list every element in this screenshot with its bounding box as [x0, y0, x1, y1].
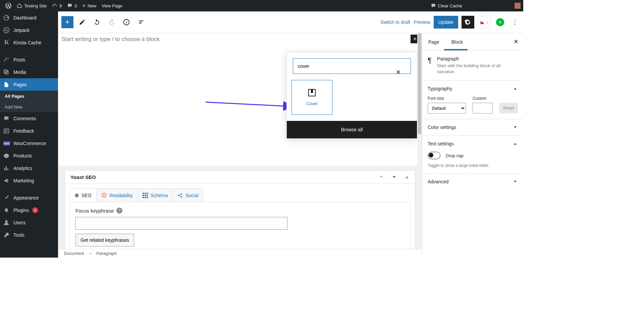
focus-keyphrase-input[interactable] [75, 217, 287, 230]
sidebar-item-dashboard[interactable]: Dashboard [0, 11, 58, 24]
add-block-button[interactable]: + [61, 16, 73, 28]
get-related-keyphrases-button[interactable]: Get related keyphrases [75, 234, 134, 246]
admin-sidebar: Dashboard Jetpack KKinsta Cache Posts Me… [0, 11, 58, 258]
updates-link[interactable]: 9 [49, 0, 64, 11]
redo-button[interactable] [106, 16, 118, 28]
more-options-button[interactable]: ⋮ [510, 16, 520, 29]
content-column: Start writing or type / to choose a bloc… [58, 33, 422, 258]
sidebar-item-comments[interactable]: Comments [0, 112, 58, 125]
admin-bar: Testing Site 9 0 + New View Page Clear C… [0, 0, 523, 11]
sidebar-item-products[interactable]: Products [0, 149, 58, 162]
sidebar-item-kinsta[interactable]: KKinsta Cache [0, 36, 58, 49]
tools-icon [3, 232, 10, 238]
settings-tab-page[interactable]: Page [422, 33, 445, 51]
sidebar-item-media[interactable]: Media [0, 66, 58, 78]
svg-point-7 [181, 196, 182, 197]
metabox-down-icon[interactable] [391, 174, 397, 180]
settings-gear-button[interactable] [462, 16, 474, 29]
editor-toolbar: + Switch to draft Preview Update : ⋮ [58, 11, 523, 33]
sidebar-item-feedback[interactable]: Feedback [0, 125, 58, 137]
focus-keyphrase-label: Focus keyphrase [75, 208, 114, 214]
updates-count: 9 [59, 3, 62, 8]
yoast-tab-readability[interactable]: ☹Readability [97, 189, 138, 202]
help-icon[interactable]: ? [116, 208, 122, 214]
sidebar-item-jetpack[interactable]: Jetpack [0, 24, 58, 36]
settings-tab-block[interactable]: Block [445, 33, 469, 51]
pages-submenu: All Pages Add New [0, 91, 58, 112]
avatar [515, 3, 521, 9]
my-account-link[interactable] [512, 0, 521, 11]
update-button[interactable]: Update [434, 16, 458, 29]
block-inserter-popover: ✕ Cover Browse all [286, 52, 417, 139]
feedback-icon [3, 128, 10, 134]
sidebar-item-woo[interactable]: wooWooCommerce [0, 137, 58, 149]
block-description: Start with the building block of all nar… [437, 63, 518, 75]
metabox-toggle-icon[interactable]: ▲ [404, 174, 410, 180]
clear-search-button[interactable]: ✕ [396, 69, 401, 76]
yoast-button[interactable]: : [478, 16, 490, 29]
block-result-cover[interactable]: Cover [291, 80, 332, 115]
submenu-all-pages[interactable]: All Pages [0, 91, 58, 101]
outline-button[interactable] [135, 16, 147, 28]
breadcrumb-leaf[interactable]: Paragraph [96, 251, 117, 256]
block-search-input[interactable] [293, 58, 411, 74]
new-content-link[interactable]: + New [80, 0, 99, 11]
scrollbar[interactable] [417, 33, 422, 249]
yoast-tab-social[interactable]: Social [173, 189, 203, 202]
details-button[interactable] [120, 16, 132, 28]
editor-canvas[interactable]: Start writing or type / to choose a bloc… [58, 33, 422, 164]
sidebar-item-users[interactable]: Users [0, 216, 58, 229]
yoast-tab-schema[interactable]: Schema [138, 189, 173, 202]
sidebar-item-plugins[interactable]: Plugins5 [0, 204, 58, 216]
drop-cap-label: Drop cap [446, 153, 464, 158]
drop-cap-toggle[interactable] [428, 152, 440, 159]
view-page-link[interactable]: View Page [99, 0, 125, 11]
jetpack-icon [3, 27, 10, 33]
clear-cache-link[interactable]: Clear Cache [428, 0, 465, 11]
switch-to-draft-link[interactable]: Switch to draft [380, 19, 410, 25]
sidebar-item-pages[interactable]: Pages [0, 78, 58, 91]
reset-font-size-button[interactable]: Reset [499, 103, 518, 114]
sidebar-item-appearance[interactable]: Appearance [0, 191, 58, 204]
comments-link[interactable]: 0 [64, 0, 79, 11]
breadcrumb-root[interactable]: Document [64, 251, 84, 256]
site-name: Testing Site [24, 3, 47, 8]
appearance-icon [3, 195, 10, 201]
submenu-add-new[interactable]: Add New [0, 101, 58, 112]
sidebar-item-analytics[interactable]: Analytics [0, 162, 58, 174]
advanced-panel-toggle[interactable]: Advanced [428, 179, 518, 184]
social-icon [177, 193, 183, 198]
sidebar-item-marketing[interactable]: Marketing [0, 174, 58, 187]
close-settings-button[interactable]: ✕ [514, 38, 519, 45]
edit-mode-button[interactable] [76, 16, 88, 28]
jetpack-button[interactable] [494, 16, 506, 29]
preview-link[interactable]: Preview [414, 19, 430, 25]
yoast-tab-seo[interactable]: SEO [70, 189, 97, 202]
color-settings-panel-toggle[interactable]: Color settings [428, 125, 518, 130]
chevron-down-icon [513, 179, 518, 184]
breadcrumb-separator: → [88, 251, 92, 256]
typography-panel-toggle[interactable]: Typography [428, 86, 518, 91]
plugins-icon [3, 207, 10, 213]
kinsta-icon: K [3, 39, 10, 46]
clear-cache-label: Clear Cache [438, 3, 462, 8]
sidebar-item-posts[interactable]: Posts [0, 53, 58, 66]
undo-button[interactable] [91, 16, 103, 28]
chevron-up-icon [513, 141, 518, 146]
products-icon [3, 153, 10, 159]
site-name-link[interactable]: Testing Site [14, 0, 49, 11]
woo-icon: woo [3, 141, 10, 145]
browse-all-button[interactable]: Browse all [287, 121, 417, 138]
text-settings-panel-toggle[interactable]: Text settings [428, 141, 518, 146]
custom-label: Custom [473, 96, 493, 101]
wp-logo[interactable] [3, 0, 14, 11]
breadcrumb: Document → Paragraph [58, 249, 422, 258]
sidebar-item-tools[interactable]: Tools [0, 229, 58, 241]
block-placeholder[interactable]: Start writing or type / to choose a bloc… [61, 33, 419, 45]
dashboard-icon [3, 15, 10, 21]
svg-line-4 [206, 102, 291, 106]
font-size-select[interactable]: Default [428, 103, 466, 114]
schema-icon [143, 193, 148, 198]
metabox-up-icon[interactable] [379, 174, 384, 180]
custom-font-size-input[interactable] [473, 103, 493, 114]
